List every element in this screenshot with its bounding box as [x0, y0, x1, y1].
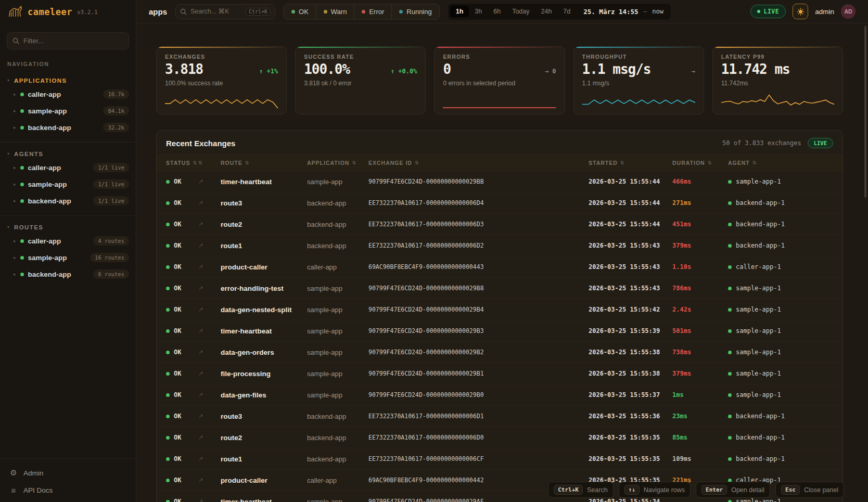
started-cell: 2026-03-25 15:55:43 — [589, 263, 672, 271]
sidebar-item-label: caller-app — [28, 237, 61, 245]
avatar[interactable]: AD — [841, 4, 856, 19]
started-cell: 2026-03-25 15:55:39 — [589, 327, 672, 334]
sidebar-item-applications-backend-app[interactable]: ▸backend-app32.2k — [0, 119, 136, 136]
time-range-today[interactable]: Today — [506, 6, 535, 17]
agent-label: sample-app-1 — [736, 178, 781, 185]
sidebar-item-agents-sample-app[interactable]: ▸sample-app1/1 live — [0, 176, 136, 192]
table-row[interactable]: OK↗route2backend-appEE7322370A10617-0000… — [157, 427, 843, 448]
status-dot-icon — [728, 393, 732, 397]
status-dot-icon — [20, 256, 24, 260]
table-header-row: STATUS⇅⇅ROUTE⇅APPLICATION⇅EXCHANGE ID⇅ST… — [157, 155, 843, 171]
column-header-duration[interactable]: DURATION⇅ — [672, 160, 728, 166]
sidebar-item-routes-sample-app[interactable]: ▸sample-app16 routes — [0, 249, 136, 266]
route-cell: data-gen-nested-split — [221, 306, 307, 314]
table-row[interactable]: OK↗timer-heartbeatsample-app90799F47E6CD… — [157, 171, 843, 192]
status-cell: OK — [166, 370, 198, 377]
table-live-badge[interactable]: LIVE — [808, 138, 833, 148]
application-cell: backend-app — [307, 434, 368, 442]
sidebar-section-title: ROUTES — [14, 224, 43, 230]
trace-arrow-icon: ↗ — [198, 263, 221, 271]
sidebar-section-header-applications[interactable]: ▾APPLICATIONS — [0, 74, 136, 86]
status-dot-icon — [728, 180, 732, 184]
status-dot-icon — [728, 265, 732, 269]
table-row[interactable]: OK↗timer-heartbeatsample-app90799F47E6CD… — [157, 320, 843, 342]
topbar-right: LIVE admin AD — [750, 4, 856, 19]
time-range-1h[interactable]: 1h — [450, 6, 469, 17]
chevron-right-icon: ▸ — [14, 238, 16, 243]
filter-chip-ok[interactable]: OK — [284, 4, 316, 19]
column-header-application[interactable]: APPLICATION⇅ — [307, 160, 368, 166]
exchange-id-cell: 90799F47E6CD24D-00000000000029BB — [368, 178, 589, 185]
column-header-exchange-id[interactable]: EXCHANGE ID⇅ — [368, 160, 589, 166]
filter-chip-running[interactable]: Running — [391, 4, 439, 19]
theme-toggle-button[interactable] — [793, 4, 808, 19]
exchange-id-cell: 90799F47E6CD24D-00000000000029B0 — [368, 391, 589, 398]
filter-chip-warn[interactable]: Warn — [316, 4, 354, 19]
application-cell: sample-app — [307, 285, 368, 292]
sparkline-chart — [443, 93, 556, 110]
column-header-trace[interactable]: ⇅ — [198, 160, 221, 165]
application-cell: backend-app — [307, 199, 368, 207]
table-row[interactable]: OK↗file-processingsample-app90799F47E6CD… — [157, 363, 843, 384]
sidebar-section-header-agents[interactable]: ▾AGENTS — [0, 148, 136, 159]
column-header-status[interactable]: STATUS⇅ — [166, 160, 198, 166]
table-row[interactable]: OK↗data-gen-filessample-app90799F47E6CD2… — [157, 384, 843, 406]
column-header-route[interactable]: ROUTE⇅ — [221, 160, 307, 166]
column-header-agent[interactable]: AGENT⇅ — [728, 160, 833, 166]
live-toggle[interactable]: LIVE — [750, 5, 786, 18]
status-dot-icon — [291, 10, 295, 14]
status-label: OK — [174, 306, 181, 313]
table-row[interactable]: OK↗route1backend-appEE7322370A10617-0000… — [157, 235, 843, 256]
time-range-6h[interactable]: 6h — [488, 6, 506, 17]
sun-icon — [797, 8, 805, 16]
agent-cell: backend-app-1 — [728, 242, 833, 249]
user-name: admin — [815, 8, 834, 16]
started-cell: 2026-03-25 15:55:38 — [589, 370, 672, 377]
status-dot-icon — [20, 273, 24, 276]
table-row[interactable]: OK↗product-callercaller-app69AC90BF8EBC4… — [157, 256, 843, 278]
route-cell: product-caller — [221, 263, 307, 271]
column-header-started[interactable]: STARTED⇅ — [589, 160, 672, 166]
filter-chip-error[interactable]: Error — [354, 4, 391, 19]
table-row[interactable]: OK↗route3backend-appEE7322370A10617-0000… — [157, 192, 843, 214]
global-search: Ctrl+K — [175, 4, 275, 19]
exchange-id-cell: 90799F47E6CD24D-00000000000029AF — [368, 498, 589, 502]
scrollbar[interactable] — [864, 26, 866, 198]
exchange-id-cell: EE7322370A10617-00000000000006D1 — [368, 413, 589, 420]
table-row[interactable]: OK↗data-gen-orderssample-app90799F47E6CD… — [157, 342, 843, 363]
status-dot-icon — [166, 351, 170, 354]
sidebar-section-header-routes[interactable]: ▾ROUTES — [0, 221, 136, 233]
table-row[interactable]: OK↗data-gen-nested-splitsample-app90799F… — [157, 299, 843, 320]
sidebar-item-routes-caller-app[interactable]: ▸caller-app4 routes — [0, 233, 136, 249]
table-row[interactable]: OK↗route3backend-appEE7322370A10617-0000… — [157, 406, 843, 427]
status-cell: OK — [166, 242, 198, 249]
status-label: OK — [174, 327, 181, 334]
sidebar-item-routes-backend-app[interactable]: ▸backend-app6 routes — [0, 266, 136, 282]
table-row[interactable]: OK↗route2backend-appEE7322370A10617-0000… — [157, 214, 843, 235]
sidebar-item-admin[interactable]: ⚙ Admin — [0, 464, 136, 482]
sidebar-item-agents-caller-app[interactable]: ▸caller-app1/1 live — [0, 159, 136, 176]
global-search-input[interactable] — [190, 8, 242, 15]
sidebar-item-agents-backend-app[interactable]: ▸backend-app1/1 live — [0, 192, 136, 209]
status-cell: OK — [166, 306, 198, 313]
hint-key: Esc — [781, 485, 800, 495]
table-row[interactable]: OK↗error-handling-testsample-app90799F47… — [157, 278, 843, 299]
sidebar-item-applications-sample-app[interactable]: ▸sample-app84.1k — [0, 102, 136, 119]
status-label: OK — [174, 285, 181, 292]
brand-version: v3.2.1 — [77, 9, 98, 16]
sort-icon: ⇅ — [415, 160, 419, 165]
sort-icon: ⇅ — [620, 160, 625, 165]
stat-card-subtitle: 0 errors in selected period — [443, 80, 556, 87]
time-range-24h[interactable]: 24h — [535, 6, 557, 17]
chevron-right-icon: ▸ — [14, 108, 16, 113]
time-range-7d[interactable]: 7d — [557, 6, 576, 17]
sidebar-item-applications-caller-app[interactable]: ▸caller-app10.7k — [0, 86, 136, 102]
table-row[interactable]: OK↗route1backend-appEE7322370A10617-0000… — [157, 448, 843, 470]
date-range-now: now — [652, 8, 669, 15]
time-range-3h[interactable]: 3h — [469, 6, 488, 17]
sidebar-item-api-docs[interactable]: ≡ API Docs — [0, 482, 136, 499]
table-body: OK↗timer-heartbeatsample-app90799F47E6CD… — [157, 171, 843, 502]
sidebar-filter-input[interactable] — [23, 37, 123, 45]
trace-arrow-icon: ↗ — [198, 370, 221, 377]
agent-label: sample-app-1 — [736, 327, 781, 334]
